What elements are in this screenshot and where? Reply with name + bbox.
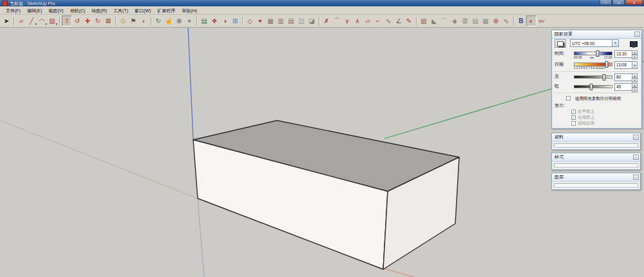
construction-angle-button[interactable]: ∠: [393, 15, 404, 26]
fence-grid-2-button[interactable]: ▥: [276, 15, 286, 26]
dark-slider-thumb[interactable]: [590, 84, 593, 90]
select-tool-button[interactable]: ➤: [1, 15, 12, 26]
zoom-extents-tool-button[interactable]: ⌖: [184, 15, 194, 26]
date-slider-thumb[interactable]: [605, 61, 608, 68]
spinner-down-icon[interactable]: ▼: [632, 88, 638, 92]
dark-value[interactable]: 45: [614, 83, 633, 91]
light-slider-thumb[interactable]: [603, 74, 606, 81]
tray-header-layers[interactable]: 图层▫: [552, 173, 640, 182]
time-value[interactable]: 13:30: [614, 50, 633, 58]
tray-header-materials[interactable]: 材料▫: [552, 133, 640, 142]
construction-sketch-button[interactable]: ✎: [404, 15, 414, 26]
eraser-tool-button[interactable]: ▰: [16, 15, 26, 26]
grid-arrow-button[interactable]: ▦: [480, 15, 491, 26]
viewport[interactable]: [0, 27, 644, 277]
library-button[interactable]: ☰: [460, 15, 470, 26]
line-tool-button[interactable]: ╱▾: [26, 15, 37, 26]
arc-tool-button[interactable]: ◠▾: [37, 15, 47, 26]
spinner-down-icon[interactable]: ▼: [632, 78, 638, 82]
date-value[interactable]: 11/08: [614, 61, 633, 69]
display-shadows-button[interactable]: [629, 40, 638, 48]
tray-expand-button[interactable]: ▫: [633, 155, 639, 160]
panel-expand-button[interactable]: ▫: [634, 32, 640, 37]
checkbox-on-faces[interactable]: ✓: [571, 110, 576, 114]
notes-button[interactable]: ▤: [470, 15, 480, 26]
orbit-tool-button[interactable]: ↻: [153, 15, 164, 26]
connector-button[interactable]: ∿: [501, 15, 511, 26]
materials-browser-button[interactable]: ▤: [199, 15, 209, 26]
tray-expand-button[interactable]: ▫: [633, 175, 639, 180]
setsquare-button[interactable]: ◣: [429, 15, 439, 26]
spinner-up-icon[interactable]: ▲: [632, 50, 638, 55]
fence-grid-1-icon: ▦: [267, 18, 273, 24]
polyhedron-button[interactable]: ◈: [450, 15, 460, 26]
construction-arc-button[interactable]: ⌒: [332, 15, 342, 26]
red-axis: [384, 269, 414, 277]
dropdown-caret-icon[interactable]: ▾: [55, 23, 57, 26]
planes-stack-2-button[interactable]: ◪: [307, 15, 317, 26]
construction-axes-button[interactable]: ✗: [321, 15, 332, 26]
tape-measure-tool-button[interactable]: ⊙: [118, 15, 128, 26]
menu-view[interactable]: 视图(V): [45, 8, 66, 13]
layout-button[interactable]: B: [516, 15, 526, 26]
menu-help[interactable]: 帮助(H): [178, 8, 200, 13]
minimize-button[interactable]: —: [600, 0, 612, 5]
light-value[interactable]: 80: [614, 73, 633, 81]
make-component-button[interactable]: ◇: [245, 15, 255, 26]
su-logo-button[interactable]: SU: [536, 15, 547, 26]
fence-grid-3-button[interactable]: ▤: [286, 15, 296, 26]
shadow-panel-title[interactable]: 阴影设置 ▫: [552, 30, 641, 39]
paintbucket-tool-button[interactable]: ◗: [138, 15, 149, 26]
warehouse-button[interactable]: ✦: [255, 15, 265, 26]
tray-expand-button[interactable]: ▫: [633, 135, 639, 140]
text-tool-button[interactable]: ⚑: [128, 15, 138, 26]
construction-freehand-button[interactable]: ∿: [383, 15, 393, 26]
planes-stack-1-button[interactable]: ◫: [296, 15, 307, 26]
menu-window[interactable]: 窗口(W): [131, 8, 154, 13]
tray-content-strip: [554, 163, 638, 167]
shadows-toggle-button[interactable]: ◐: [526, 15, 536, 26]
menu-draw[interactable]: 绘图(R): [88, 8, 110, 13]
pan-tool-button[interactable]: ☝: [164, 15, 174, 26]
layers-manager-button[interactable]: ⊞: [230, 15, 240, 26]
maximize-button[interactable]: ▭: [612, 0, 625, 5]
spinner-down-icon[interactable]: ▼: [632, 55, 638, 59]
menu-camera[interactable]: 相机(C): [67, 8, 89, 13]
menu-extensions[interactable]: 扩展程序: [154, 8, 178, 13]
utc-row: UTC +08:00 ▼: [552, 39, 641, 48]
rectangle-tool-button[interactable]: ▧▾: [47, 15, 57, 26]
dome-button[interactable]: ⌒: [439, 15, 450, 26]
menu-file[interactable]: 文件(F): [3, 8, 24, 13]
move-tool-button[interactable]: ✚: [82, 15, 93, 26]
checkbox-from-edges[interactable]: [571, 121, 576, 126]
components-browser-button[interactable]: ❖: [209, 15, 220, 26]
pin-button[interactable]: ⊕: [491, 15, 501, 26]
tray-header-styles[interactable]: 样式▫: [552, 153, 640, 162]
construction-corner-button[interactable]: ⌐: [373, 15, 383, 26]
time-slider-thumb[interactable]: [596, 50, 599, 57]
styles-browser-button[interactable]: ◑: [220, 15, 230, 26]
scale-tool-button[interactable]: ⊠: [103, 15, 113, 26]
utc-dropdown-icon[interactable]: ▼: [612, 40, 618, 46]
utc-select[interactable]: UTC +08:00 ▼: [570, 39, 619, 47]
checkbox-on-ground[interactable]: ✓: [571, 115, 576, 120]
close-button[interactable]: ✕: [625, 0, 643, 5]
date-dropdown-button[interactable]: ▼: [632, 61, 638, 69]
spinner-up-icon[interactable]: ▲: [632, 83, 638, 88]
fence-grid-1-button[interactable]: ▦: [265, 15, 276, 26]
menu-tools[interactable]: 工具(T): [110, 8, 131, 13]
pushpull-tool-button[interactable]: ⇧: [62, 15, 72, 26]
checkbox-use-sun[interactable]: [566, 96, 571, 100]
dark-slider[interactable]: [574, 85, 612, 88]
construction-polygon-button[interactable]: ▱: [363, 15, 373, 26]
rotate-tool-button[interactable]: ↻: [93, 15, 103, 26]
spinner-up-icon[interactable]: ▲: [632, 73, 638, 78]
shadow-toggle-button[interactable]: [554, 39, 566, 48]
menu-edit[interactable]: 编辑(E): [24, 8, 45, 13]
followme-tool-button[interactable]: ↺: [72, 15, 82, 26]
construction-peak-button[interactable]: ∧: [352, 15, 363, 26]
construction-vee-button[interactable]: ∨: [342, 15, 352, 26]
zoom-tool-button[interactable]: ⊕: [174, 15, 184, 26]
solids-box-button[interactable]: ▧: [419, 15, 429, 26]
light-slider[interactable]: [574, 75, 612, 79]
